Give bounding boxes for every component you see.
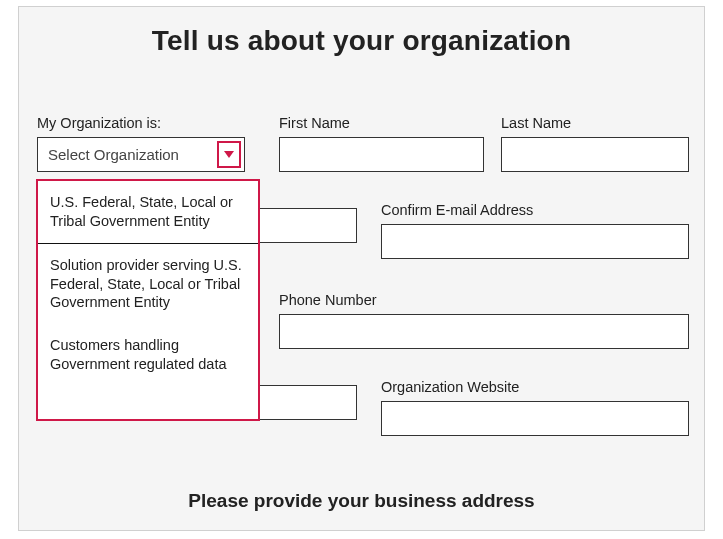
first-name-label: First Name	[279, 115, 484, 131]
organization-label: My Organization is:	[37, 115, 245, 131]
section-title: Please provide your business address	[19, 490, 704, 512]
organization-option[interactable]: U.S. Federal, State, Local or Tribal Gov…	[38, 181, 258, 244]
organization-select[interactable]: Select Organization	[37, 137, 245, 172]
last-name-input[interactable]	[501, 137, 689, 172]
organization-dropdown-panel: U.S. Federal, State, Local or Tribal Gov…	[36, 179, 260, 421]
field-phone: Phone Number	[279, 292, 689, 349]
field-last-name: Last Name	[501, 115, 689, 172]
website-input[interactable]	[381, 401, 689, 436]
field-first-name: First Name	[279, 115, 484, 172]
phone-input[interactable]	[279, 314, 689, 349]
confirm-email-label: Confirm E-mail Address	[381, 202, 689, 218]
form-panel: Tell us about your organization My Organ…	[18, 6, 705, 531]
confirm-email-input[interactable]	[381, 224, 689, 259]
chevron-down-icon[interactable]	[217, 141, 241, 168]
field-organization: My Organization is: Select Organization	[37, 115, 245, 172]
last-name-label: Last Name	[501, 115, 689, 131]
organization-option[interactable]: Solution provider serving U.S. Federal, …	[38, 244, 258, 325]
website-label: Organization Website	[381, 379, 689, 395]
organization-option[interactable]: Customers handling Government regulated …	[38, 324, 258, 386]
organization-select-value: Select Organization	[48, 146, 179, 163]
field-confirm-email: Confirm E-mail Address	[381, 202, 689, 259]
field-website: Organization Website	[381, 379, 689, 436]
page-title: Tell us about your organization	[19, 25, 704, 57]
phone-label: Phone Number	[279, 292, 689, 308]
first-name-input[interactable]	[279, 137, 484, 172]
